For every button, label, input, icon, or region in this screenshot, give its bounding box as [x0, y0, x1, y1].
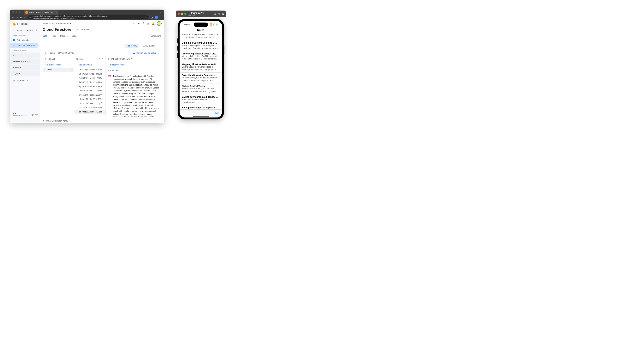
url-bar[interactable]: ⚙ console.firebase.google.com/project/fi…	[28, 16, 149, 19]
maximize-window-icon[interactable]	[19, 11, 20, 13]
note-item[interactable]: Build powerful gen AI applications...Cre…	[180, 105, 222, 110]
document-item[interactable]: 3HdrUrDFgS7eE4HRi2Pm	[74, 72, 106, 76]
document-item[interactable]: gMrO1fIiXM5f4lolwzFN›	[74, 110, 106, 114]
query-builder-button[interactable]: Query builder	[140, 44, 157, 48]
rotate-icon[interactable]: ⧉	[222, 12, 224, 15]
note-item[interactable]: Mobile applications have to deal with a …	[180, 33, 222, 40]
sidebar-authentication[interactable]: 👥 Authentication	[10, 38, 40, 42]
sidebar-release-monitor[interactable]: Release & Monitor⌄	[10, 58, 40, 64]
note-item[interactable]: Previewing Stateful SwiftUI ViewsWhen bu…	[180, 51, 222, 62]
close-window-icon[interactable]	[12, 11, 14, 13]
filter-icon[interactable]: ≡	[98, 58, 100, 60]
chevron-right-icon: ›	[218, 66, 222, 68]
home-indicator[interactable]	[193, 116, 209, 116]
spark-plan: Spark No-cost $0/month Upgrade	[10, 110, 40, 118]
extensions-icon[interactable]: ◨	[151, 16, 153, 19]
sidebar-engage[interactable]: Engage⌄	[10, 70, 40, 76]
document-item[interactable]: er47vA8XuZ6vUmHwJA8g	[74, 106, 106, 110]
profile-avatar-icon[interactable]	[155, 16, 158, 19]
upgrade-button[interactable]: Upgrade	[30, 113, 38, 116]
minimize-window-icon[interactable]	[16, 11, 17, 13]
tab-usage[interactable]: Usage	[72, 33, 78, 39]
document-item[interactable]: 5zK34R271brWt3zZffNa	[74, 76, 106, 80]
chevron-down-icon: ▾	[70, 22, 71, 25]
more-menu-icon[interactable]: ⋮	[159, 44, 161, 47]
docs-icon[interactable]: ▤	[146, 22, 149, 25]
more-menu-icon[interactable]: ⋮	[157, 58, 159, 60]
gear-icon[interactable]: ⚙	[36, 29, 38, 32]
forward-button[interactable]: →	[16, 16, 18, 19]
close-window-icon[interactable]	[178, 13, 180, 15]
browser-tab[interactable]: Firestore Vector Search Lab - ×	[24, 10, 58, 15]
start-collection-button[interactable]: +Start collection	[43, 62, 74, 68]
home-button[interactable]: ⌂	[24, 16, 26, 19]
back-button[interactable]: ←	[12, 16, 14, 19]
document-item[interactable]: F4h8OdqZ1UMqz23xAto0	[74, 80, 106, 84]
people-icon: 👥	[12, 39, 15, 41]
note-title: Styling SwiftUI Views	[182, 85, 218, 87]
close-tab-icon[interactable]: ×	[56, 11, 57, 14]
site-settings-icon[interactable]: ⚙	[29, 16, 31, 18]
document-item[interactable]: GybbVqm9jHoaodmwVpYv	[74, 93, 106, 97]
sparkle-icon[interactable]: ✦	[138, 22, 140, 25]
document-field[interactable]: text: "Build powerful gen AI application…	[106, 74, 161, 117]
firebase-logo[interactable]: Firebase	[10, 20, 40, 28]
tab-indexes[interactable]: Indexes	[60, 33, 68, 39]
grid-icon: ⊞	[12, 79, 15, 82]
add-document-button[interactable]: +Add document	[74, 62, 106, 68]
compose-button[interactable]	[215, 111, 219, 116]
user-avatar-icon[interactable]	[157, 22, 161, 26]
battery-icon: 🔋	[216, 23, 218, 26]
note-item[interactable]: Styling SwiftUI ViewsSwiftUI makes it ea…	[180, 84, 222, 94]
reload-button[interactable]: ⟳	[20, 16, 22, 19]
sidebar-build[interactable]: Build⌄	[10, 52, 40, 58]
sidebar-project-overview[interactable]: ⌂ Project Overview ⚙	[10, 28, 40, 33]
notifications-icon[interactable]: 🔔	[152, 22, 155, 25]
document-item[interactable]: HbOuUaPXtHYqSVucTB7z	[74, 97, 106, 101]
document-item[interactable]: G9mXWzRgryZR7zt17M5S	[74, 89, 106, 93]
note-item[interactable]: Building a Custom Combine Operat...In th…	[180, 40, 222, 51]
bookmark-star-icon[interactable]: ☆	[145, 16, 147, 18]
document-item[interactable]: 1GBsc1pw8Gdfd6uI446o	[74, 68, 106, 72]
panel-view-button[interactable]: Panel view	[125, 44, 139, 48]
add-database-button[interactable]: Add database	[74, 27, 92, 32]
sidebar-firestore-database[interactable]: ≋ Firestore Database	[10, 42, 38, 48]
tab-rules[interactable]: Rules	[51, 33, 56, 39]
sidebar-all-products[interactable]: ⊞ All products	[10, 78, 40, 83]
screenshot-icon[interactable]: ⎙	[218, 12, 220, 15]
tab-data[interactable]: Data	[42, 33, 47, 39]
chevron-down-icon: ⌄	[36, 54, 38, 56]
panels: ≋ (default) +Start collection notes› ▣ n…	[43, 56, 161, 117]
maximize-window-icon[interactable]	[184, 13, 186, 15]
more-menu-icon[interactable]: ⋮	[102, 58, 104, 60]
breadcrumb-document[interactable]: gMrO1fIiXM5f4l...	[58, 52, 74, 54]
home-icon[interactable]: ⌂	[45, 51, 46, 54]
note-item[interactable]: Mapping Firestore Data in SwiftSwift's C…	[180, 62, 222, 72]
more-in-google-cloud-link[interactable]: ☁ More in Google Cloud ⌄	[133, 52, 159, 54]
collection-item[interactable]: notes›	[43, 68, 74, 72]
document-item[interactable]: FyyHOM5aRFTdEvukRZYd	[74, 84, 106, 89]
breadcrumb-collection[interactable]: notes	[50, 52, 55, 54]
minimize-window-icon[interactable]	[181, 13, 183, 15]
theme-toggle-icon[interactable]: ☾	[133, 22, 135, 25]
panel-title: gMrO1fIiXM5f4lolwzFN	[111, 58, 132, 60]
chevron-down-icon: ⌄	[157, 52, 159, 54]
help-icon[interactable]: ?	[142, 22, 144, 25]
main-content: Firestore Vector Search Lab ▾ ☾ ✦ ? ▤ 🔔 …	[40, 20, 164, 123]
home-button-icon[interactable]: ⌂	[214, 12, 216, 15]
collapse-sidebar-button[interactable]: ‹	[10, 118, 40, 123]
menu-icon[interactable]: ⋮	[160, 16, 162, 19]
notes-list[interactable]: Mobile applications have to deal with a …	[180, 33, 222, 110]
add-field-button[interactable]: +Add field	[106, 68, 161, 74]
project-selector[interactable]: Firestore Vector Search Lab ▾	[42, 22, 71, 25]
document-item[interactable]: RExVp8wWlDeeS5RrryJl	[74, 101, 106, 106]
new-tab-button[interactable]: +	[60, 10, 62, 14]
note-item[interactable]: Calling asynchronous Firebase API...Most…	[180, 94, 222, 105]
sidebar-analytics[interactable]: Analytics⌄	[10, 64, 40, 70]
note-preview: As developers, we tend to be a rather op…	[182, 76, 218, 82]
tab-extensions[interactable]: ⬚Extensions	[148, 33, 161, 39]
cloud-icon: ☁	[133, 52, 135, 54]
start-collection-button[interactable]: +Start collection	[106, 62, 161, 68]
note-item[interactable]: Error Handling with Combine and S...As d…	[180, 72, 222, 84]
chevron-down-icon[interactable]: ⌄	[160, 11, 162, 14]
